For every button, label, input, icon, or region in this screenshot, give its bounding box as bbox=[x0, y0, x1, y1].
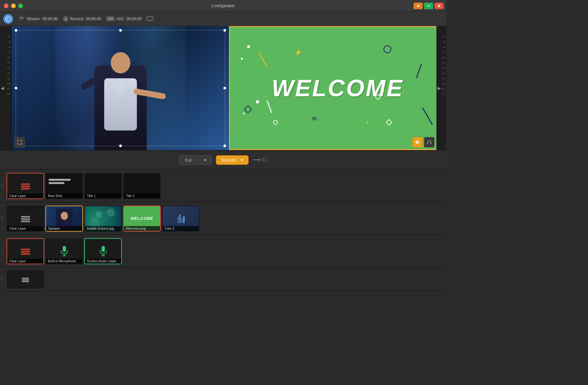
source-clear-layer-3[interactable]: Clear Layer bbox=[7, 238, 44, 264]
titlebar: LiveSpeaker bbox=[0, 0, 446, 12]
source-mic-builtin[interactable]: Built-in Microphone bbox=[45, 238, 83, 264]
iso-indicator[interactable]: ISO ISO: 00:00:00 bbox=[106, 16, 141, 21]
cut-select[interactable]: Cut ▾ bbox=[179, 155, 212, 165]
transition-controls: Cut ▾ Smooth ▾ ⟶ bbox=[0, 150, 446, 170]
svg-rect-1 bbox=[418, 5, 418, 7]
layer-row-4 bbox=[0, 268, 446, 291]
source-mic-system[interactable]: System Audio Captu bbox=[84, 238, 122, 264]
headphone-audio-button[interactable] bbox=[424, 137, 434, 147]
vu-meter-left: ◀ +6 0 -6 -12 -18 -24 -30 -36 -42 -48 -5… bbox=[0, 26, 12, 150]
speaker-2-label: Speaker bbox=[46, 226, 82, 231]
svg-rect-12 bbox=[431, 143, 432, 144]
source-speaker-2[interactable]: Speaker bbox=[45, 206, 83, 232]
window-controls-right[interactable] bbox=[414, 3, 444, 9]
clear-layer-2-label: Clear Layer bbox=[7, 226, 43, 231]
welcome-label: Welcome.png bbox=[124, 226, 160, 231]
transition-arrow[interactable]: ⟶ bbox=[253, 156, 267, 163]
title-2-label: Title 2 bbox=[124, 193, 160, 198]
source-bubble-1[interactable]: bubble texturre.jpg bbox=[84, 206, 122, 232]
speaker-audio-button[interactable] bbox=[412, 137, 423, 147]
layer-items-4 bbox=[4, 268, 446, 291]
welcome-text: WELCOME bbox=[272, 75, 404, 101]
win-btn-green[interactable] bbox=[424, 3, 433, 9]
bubble-label: bubble texturre.jpg bbox=[85, 226, 121, 231]
mic-builtin-label: Built-in Microphone bbox=[46, 259, 82, 264]
win-btn-red[interactable] bbox=[434, 3, 444, 9]
source-clear-layer-1[interactable]: Clear Layer bbox=[7, 173, 44, 199]
source-cam2-1[interactable]: Cam 2 bbox=[162, 206, 200, 232]
record-icon bbox=[63, 16, 68, 22]
svg-point-7 bbox=[64, 18, 67, 20]
clear-layer-3-label: Clear Layer bbox=[7, 259, 43, 264]
layer-row-3: Clear Layer Built-in Microphone bbox=[0, 235, 446, 268]
title-1-label: Title 1 bbox=[85, 193, 121, 198]
app-logo bbox=[3, 14, 13, 24]
vu-arrow-left[interactable]: ◀ bbox=[1, 85, 4, 91]
maximize-button[interactable] bbox=[18, 4, 23, 8]
layer-handle-2[interactable] bbox=[0, 202, 4, 235]
layer-row-1: Clear Layer New Shot Title 1 bbox=[0, 170, 446, 202]
iso-time: 00:00:00 bbox=[126, 17, 142, 21]
smooth-label: Smooth bbox=[221, 158, 236, 162]
svg-rect-8 bbox=[147, 17, 153, 21]
record-time: 00:00:00 bbox=[86, 17, 101, 21]
mic-system-label: System Audio Captu bbox=[85, 259, 121, 264]
minimize-button[interactable] bbox=[11, 4, 16, 8]
mic-icon bbox=[59, 245, 69, 257]
screen-indicator[interactable] bbox=[147, 16, 153, 22]
close-button[interactable] bbox=[4, 4, 8, 8]
preview-panel-right: ⚡ ≋ + WELCOME ▶ +6 0 -6 -12 -18 -24 -30 … bbox=[229, 26, 446, 150]
source-welcome-1[interactable]: WELCOME Welcome.png bbox=[123, 206, 161, 232]
wifi-icon bbox=[18, 16, 25, 22]
layer-items-1: Clear Layer New Shot Title 1 bbox=[4, 170, 446, 202]
screen-icon bbox=[147, 16, 153, 22]
traffic-lights[interactable] bbox=[4, 4, 23, 8]
expand-button[interactable] bbox=[14, 137, 25, 147]
cut-label: Cut bbox=[185, 158, 191, 162]
system-mic-icon bbox=[98, 245, 108, 257]
source-title-1[interactable]: Title 1 bbox=[84, 173, 122, 199]
source-clear-layer-2[interactable]: Clear Layer bbox=[7, 206, 44, 232]
welcome-display: ⚡ ≋ + WELCOME bbox=[229, 26, 446, 150]
source-title-2[interactable]: Title 2 bbox=[123, 173, 161, 199]
svg-rect-11 bbox=[427, 143, 428, 144]
toolbar: Stream: 00:00:00 Record: 00:00:00 ISO IS… bbox=[0, 12, 446, 26]
speaker-preview bbox=[12, 26, 229, 150]
layer-items-2: Clear Layer Speaker bbox=[4, 202, 446, 235]
layer-handle-4[interactable] bbox=[0, 268, 4, 291]
layer-handle-1[interactable] bbox=[0, 170, 4, 202]
smooth-select[interactable]: Smooth ▾ bbox=[216, 155, 249, 165]
stream-label: Stream: bbox=[27, 17, 41, 21]
stream-indicator[interactable]: Stream: 00:00:00 bbox=[18, 16, 58, 22]
source-clear-layer-4[interactable] bbox=[7, 270, 44, 288]
layer-row-2: Clear Layer Speaker bbox=[0, 202, 446, 235]
preview-panel-left: ✕ bbox=[12, 26, 229, 150]
layers-area: Clear Layer New Shot Title 1 bbox=[0, 170, 446, 294]
record-indicator[interactable]: Record: 00:00:00 bbox=[63, 16, 101, 22]
source-new-shot-1[interactable]: New Shot bbox=[45, 173, 83, 199]
svg-rect-16 bbox=[102, 246, 105, 252]
svg-rect-2 bbox=[427, 6, 430, 6]
clear-layer-1-label: Clear Layer bbox=[7, 193, 43, 198]
cam2-label: Cam 2 bbox=[163, 226, 199, 231]
stream-time: 00:00:00 bbox=[42, 17, 58, 21]
svg-rect-13 bbox=[63, 246, 66, 252]
app-title: LiveSpeaker bbox=[211, 3, 235, 8]
new-shot-1-label: New Shot bbox=[46, 193, 82, 198]
win-btn-orange[interactable] bbox=[414, 3, 423, 9]
record-label: Record: bbox=[70, 17, 84, 21]
layer-handle-3[interactable] bbox=[0, 235, 4, 267]
iso-label: ISO: bbox=[117, 17, 124, 21]
layer-items-3: Clear Layer Built-in Microphone bbox=[4, 235, 446, 267]
